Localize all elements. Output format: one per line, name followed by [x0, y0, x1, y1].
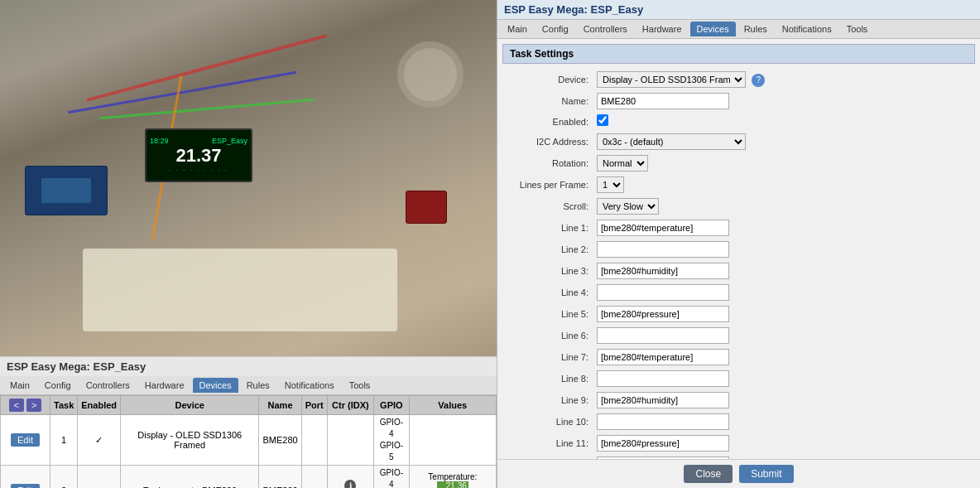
line11-input[interactable]: [597, 435, 729, 452]
oled-display: 18:29 ESP_Easy 21.37 · · · · · · · · ·: [145, 128, 252, 182]
nav-tools-bottom[interactable]: Tools: [343, 378, 377, 393]
line9-input[interactable]: [597, 392, 729, 408]
line5-label: Line 5:: [502, 303, 593, 325]
nav-controllers-bottom[interactable]: Controllers: [79, 378, 137, 393]
right-panel: ESP Easy Mega: ESP_Easy Main Config Cont…: [497, 0, 980, 488]
field-line11: Line 11:: [502, 432, 975, 454]
camera-image: 18:29 ESP_Easy 21.37 · · · · · · · · ·: [0, 0, 497, 356]
scroll-select[interactable]: Very Slow: [597, 198, 659, 215]
right-nav-notifications[interactable]: Notifications: [776, 22, 838, 36]
table-row: Edit 2 ✓ Environment - BME280 BME280 ℹ (…: [1, 466, 497, 489]
col-name: Name: [259, 396, 301, 415]
line7-label: Line 7:: [502, 346, 593, 368]
col-values: Values: [409, 396, 496, 415]
values-2: Temperature: 21.36 Humidity: 68.64 Press…: [409, 466, 496, 489]
right-nav-config[interactable]: Config: [536, 22, 575, 36]
field-line4: Line 4:: [502, 282, 975, 303]
field-rotation: Rotation: Normal: [502, 152, 975, 174]
right-nav-main[interactable]: Main: [501, 22, 534, 36]
app-title-bottom: ESP Easy Mega: ESP_Easy: [0, 357, 497, 376]
field-line8: Line 8:: [502, 368, 975, 389]
field-line3: Line 3:: [502, 260, 975, 282]
enabled-2: ✓: [78, 466, 121, 489]
right-nav-devices[interactable]: Devices: [690, 22, 736, 36]
line9-label: Line 9:: [502, 389, 593, 411]
line2-label: Line 2:: [502, 239, 593, 260]
line6-label: Line 6:: [502, 325, 593, 346]
task-settings-header: Task Settings: [502, 44, 975, 64]
field-lines-per-frame: Lines per Frame: 1: [502, 174, 975, 196]
right-nav-hardware[interactable]: Hardware: [636, 22, 689, 36]
col-enabled: Enabled: [78, 396, 121, 415]
scroll-label: Scroll:: [502, 196, 593, 217]
line10-input[interactable]: [597, 413, 729, 430]
rotation-select[interactable]: Normal: [597, 155, 648, 172]
temp-value: 21.36: [437, 481, 468, 488]
lines-per-frame-select[interactable]: 1: [597, 176, 624, 193]
line6-input[interactable]: [597, 327, 729, 344]
values-1: [409, 415, 496, 466]
field-line7: Line 7:: [502, 346, 975, 368]
rotation-label: Rotation:: [502, 152, 593, 174]
ctr-idx-2: ℹ (1818): [327, 466, 373, 489]
bottom-section: ESP Easy Mega: ESP_Easy Main Config Cont…: [0, 356, 497, 488]
nav-devices-bottom[interactable]: Devices: [193, 378, 238, 393]
device-name-2: Environment - BME280: [121, 466, 259, 489]
task-name-1: BME280: [259, 415, 301, 466]
device-label: Device:: [502, 69, 593, 90]
field-scroll: Scroll: Very Slow: [502, 196, 975, 217]
line1-input[interactable]: [597, 220, 729, 236]
oled-ssid: ESP_Easy: [212, 137, 247, 145]
nav-config-bottom[interactable]: Config: [38, 378, 78, 393]
oled-time: 18:29: [150, 137, 169, 145]
submit-button[interactable]: Submit: [739, 465, 793, 483]
enabled-1: ✓: [78, 415, 121, 466]
edit-button-1[interactable]: Edit: [11, 433, 40, 447]
nav-hardware-bottom[interactable]: Hardware: [138, 378, 191, 393]
name-input[interactable]: [597, 93, 729, 109]
lines-per-frame-label: Lines per Frame:: [502, 174, 593, 196]
right-nav-rules[interactable]: Rules: [737, 22, 774, 36]
help-icon-device[interactable]: ?: [752, 74, 765, 87]
enabled-label: Enabled:: [502, 112, 593, 131]
nav-main-bottom[interactable]: Main: [3, 378, 36, 393]
enabled-checkbox[interactable]: [597, 114, 608, 126]
col-device: Device: [121, 396, 259, 415]
name-label: Name:: [502, 90, 593, 112]
line7-input[interactable]: [597, 349, 729, 365]
line5-input[interactable]: [597, 306, 729, 322]
task-num-2: 2: [50, 466, 78, 489]
right-nav-tools[interactable]: Tools: [840, 22, 875, 36]
table-row: Edit 1 ✓ Display - OLED SSD1306 Framed B…: [1, 415, 497, 466]
nav-rules-bottom[interactable]: Rules: [240, 378, 276, 393]
device-table: < > Task Enabled Device Name Port Ctr (I…: [0, 395, 497, 488]
bottom-nav: Main Config Controllers Hardware Devices…: [0, 376, 497, 395]
edit-button-2[interactable]: Edit: [11, 484, 40, 488]
port-2: [301, 466, 327, 489]
field-name: Name:: [502, 90, 975, 112]
right-nav-controllers[interactable]: Controllers: [577, 22, 634, 36]
line8-label: Line 8:: [502, 368, 593, 389]
prev-page-button[interactable]: <: [9, 399, 24, 412]
line8-input[interactable]: [597, 370, 729, 387]
line4-input[interactable]: [597, 284, 729, 301]
col-port: Port: [301, 396, 327, 415]
device-select[interactable]: Display - OLED SSD1306 Framed: [597, 71, 746, 88]
i2c-label: I2C Address:: [502, 131, 593, 152]
line1-label: Line 1:: [502, 217, 593, 239]
line11-label: Line 11:: [502, 432, 593, 454]
line2-input[interactable]: [597, 241, 729, 258]
line3-input[interactable]: [597, 263, 729, 279]
ctr-idx-1: [327, 415, 373, 466]
task-name-2: BME280: [259, 466, 301, 489]
i2c-select[interactable]: 0x3c - (default): [597, 133, 746, 150]
port-1: [301, 415, 327, 466]
next-page-button[interactable]: >: [26, 399, 41, 412]
nav-notifications-bottom[interactable]: Notifications: [278, 378, 341, 393]
field-device: Device: Display - OLED SSD1306 Framed ?: [502, 69, 975, 90]
close-button[interactable]: Close: [684, 465, 733, 483]
left-panel: 18:29 ESP_Easy 21.37 · · · · · · · · · E…: [0, 0, 497, 488]
gpio-1: GPIO-4GPIO-5: [374, 415, 409, 466]
line4-label: Line 4:: [502, 282, 593, 303]
field-line1: Line 1:: [502, 217, 975, 239]
